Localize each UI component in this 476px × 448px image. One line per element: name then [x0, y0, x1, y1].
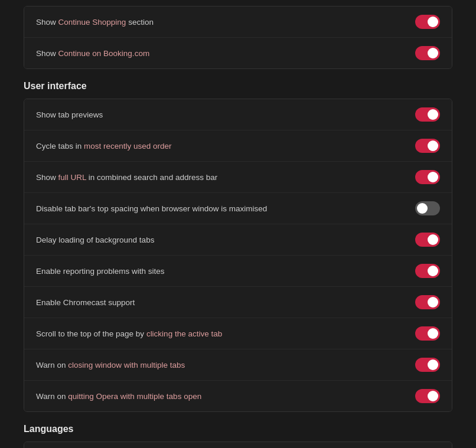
- show-tab-previews-row: Show tab previews: [24, 99, 452, 130]
- continue-shopping-toggle[interactable]: [415, 15, 440, 29]
- warn-quitting-row: Warn on quitting Opera with multiple tab…: [24, 381, 452, 411]
- language-row[interactable]: Language English (United Kingdom) ⌄: [24, 442, 452, 448]
- continue-booking-label: Show Continue on Booking.com: [36, 49, 149, 58]
- warn-closing-toggle[interactable]: [415, 358, 440, 372]
- cycle-tabs-label: Cycle tabs in most recently used order: [36, 142, 172, 151]
- show-full-url-label: Show full URL in combined search and add…: [36, 173, 217, 182]
- warn-quitting-toggle[interactable]: [415, 389, 440, 403]
- warn-quitting-label: Warn on quitting Opera with multiple tab…: [36, 392, 201, 401]
- languages-header: Languages: [24, 424, 452, 434]
- enable-chromecast-label: Enable Chromecast support: [36, 298, 135, 307]
- cycle-tabs-slider: [415, 139, 440, 153]
- user-interface-group: Show tab previews Cycle tabs in most rec…: [24, 99, 452, 412]
- continue-shopping-row: Show Continue Shopping section: [24, 6, 452, 38]
- scroll-top-slider: [415, 326, 440, 341]
- top-settings-group: Show Continue Shopping section Show Cont…: [24, 6, 452, 69]
- warn-closing-row: Warn on closing window with multiple tab…: [24, 349, 452, 381]
- enable-chromecast-slider: [415, 295, 440, 309]
- scroll-top-toggle[interactable]: [415, 326, 440, 341]
- enable-chromecast-row: Enable Chromecast support: [24, 287, 452, 318]
- enable-chromecast-toggle[interactable]: [415, 295, 440, 309]
- warn-quitting-slider: [415, 389, 440, 403]
- disable-tab-bar-toggle[interactable]: [415, 201, 440, 215]
- page-container: Show Continue Shopping section Show Cont…: [0, 0, 476, 448]
- show-tab-previews-toggle[interactable]: [415, 107, 440, 122]
- delay-loading-toggle[interactable]: [415, 233, 440, 247]
- user-interface-header: User interface: [24, 81, 452, 91]
- show-tab-previews-label: Show tab previews: [36, 110, 103, 119]
- enable-reporting-label: Enable reporting problems with sites: [36, 267, 165, 276]
- show-full-url-slider: [415, 170, 440, 184]
- enable-reporting-row: Enable reporting problems with sites: [24, 256, 452, 287]
- disable-tab-bar-slider: [415, 201, 440, 215]
- show-full-url-row: Show full URL in combined search and add…: [24, 162, 452, 193]
- cycle-tabs-row: Cycle tabs in most recently used order: [24, 130, 452, 162]
- delay-loading-row: Delay loading of background tabs: [24, 224, 452, 256]
- delay-loading-slider: [415, 233, 440, 247]
- enable-reporting-toggle[interactable]: [415, 264, 440, 278]
- continue-booking-row: Show Continue on Booking.com: [24, 38, 452, 68]
- cycle-tabs-toggle[interactable]: [415, 139, 440, 153]
- disable-tab-bar-label: Disable tab bar's top spacing when brows…: [36, 204, 267, 213]
- enable-reporting-slider: [415, 264, 440, 278]
- disable-tab-bar-row: Disable tab bar's top spacing when brows…: [24, 193, 452, 224]
- warn-closing-slider: [415, 358, 440, 372]
- continue-booking-toggle[interactable]: [415, 46, 440, 60]
- continue-shopping-label: Show Continue Shopping section: [36, 18, 154, 27]
- continue-shopping-slider: [415, 15, 440, 29]
- continue-booking-slider: [415, 46, 440, 60]
- show-tab-previews-slider: [415, 107, 440, 122]
- scroll-top-row: Scroll to the top of the page by clickin…: [24, 318, 452, 349]
- warn-closing-label: Warn on closing window with multiple tab…: [36, 361, 185, 369]
- languages-group: Language English (United Kingdom) ⌄: [24, 442, 452, 448]
- scroll-top-label: Scroll to the top of the page by clickin…: [36, 329, 222, 338]
- delay-loading-label: Delay loading of background tabs: [36, 236, 154, 244]
- show-full-url-toggle[interactable]: [415, 170, 440, 184]
